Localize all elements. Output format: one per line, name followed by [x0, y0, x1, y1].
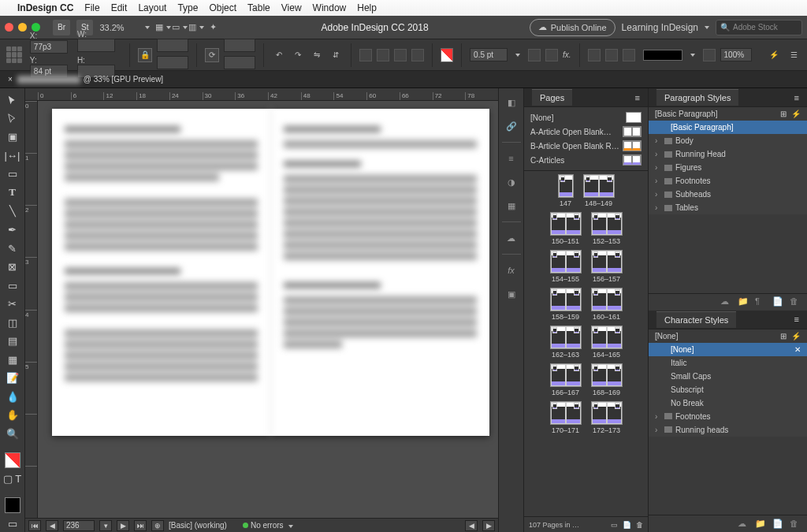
scissors-tool[interactable]: ✂ [2, 296, 23, 313]
flip-h-icon[interactable]: ⇋ [310, 48, 324, 62]
adobe-stock-search[interactable]: 🔍 Adobe Stock [716, 20, 802, 35]
char-style-none[interactable]: [None]✕ [649, 343, 807, 356]
master-none[interactable]: [None] [524, 110, 648, 125]
direct-selection-tool[interactable] [2, 110, 23, 128]
new-group-icon[interactable]: ⊞ [780, 110, 787, 118]
master-c[interactable]: C-Articles [524, 153, 648, 167]
zoom-tool[interactable]: 🔍 [2, 426, 23, 443]
vertical-ruler[interactable]: 012 345 [25, 101, 38, 518]
page-tool[interactable]: ▣ [2, 128, 23, 146]
edit-page-size-icon[interactable]: ▭ [611, 521, 618, 529]
select-container-icon[interactable] [359, 49, 372, 61]
page-thumb[interactable]: CC152–153 [591, 212, 623, 245]
preflight-profile[interactable]: [Basic] (working) [169, 521, 227, 530]
text-wrap-icon[interactable] [588, 49, 601, 61]
page-thumb[interactable]: CC172–173 [591, 401, 623, 434]
page-thumb[interactable]: CC170–171 [550, 401, 582, 434]
panel-menu-icon[interactable]: ≡ [635, 93, 640, 102]
open-mini-bridge-button[interactable]: ⊕ [151, 520, 164, 531]
menu-type[interactable]: Type [177, 2, 198, 13]
window-close-button[interactable] [5, 23, 13, 32]
menu-table[interactable]: Table [247, 2, 270, 13]
chevron-down-icon[interactable] [515, 54, 520, 57]
para-folder-body[interactable]: ›Body [649, 134, 807, 147]
scroll-left-button[interactable]: ◀ [465, 520, 478, 531]
opacity-field[interactable]: 100% [720, 48, 752, 61]
rotate-ccw-icon[interactable]: ↶ [272, 48, 286, 62]
w-field[interactable] [77, 39, 115, 52]
cc-libraries-icon[interactable]: ☁ [504, 230, 519, 246]
char-style-italic[interactable]: Italic [649, 356, 807, 370]
horizontal-ruler[interactable]: 0612 182430 364248 546066 7278 [25, 88, 498, 101]
stroke-panel-icon[interactable]: ≡ [504, 151, 519, 166]
new-group-icon[interactable]: ⊞ [780, 332, 787, 340]
stroke-weight-field[interactable]: 0.5 pt [470, 48, 508, 61]
rotate-field[interactable] [224, 39, 255, 52]
screen-mode-icon[interactable]: ▭ [173, 20, 187, 35]
menu-view[interactable]: View [281, 2, 302, 13]
menu-object[interactable]: Object [209, 2, 236, 13]
scroll-right-button[interactable]: ▶ [482, 520, 495, 531]
free-transform-tool[interactable]: ◫ [2, 314, 23, 331]
type-tool[interactable]: T [2, 184, 23, 202]
object-styles-icon[interactable]: ▣ [504, 286, 519, 302]
formatting-container-icon[interactable]: ▢ T [2, 470, 23, 487]
cloud-icon[interactable]: ☁ [720, 296, 731, 307]
view-options-icon[interactable]: ▦ [156, 20, 170, 35]
menu-layout[interactable]: Layout [138, 2, 166, 13]
fx-label[interactable]: fx. [563, 50, 571, 59]
reference-point[interactable] [6, 47, 22, 64]
gpu-perf-icon[interactable]: ✦ [206, 20, 220, 35]
page-thumb[interactable]: CC148–149 [583, 174, 615, 207]
cloud-icon[interactable]: ☁ [738, 519, 749, 530]
corner-options-icon[interactable] [528, 49, 541, 61]
window-minimize-button[interactable] [18, 23, 27, 32]
page-thumb[interactable]: CC150–151 [550, 212, 582, 245]
clear-overrides-icon[interactable]: ¶ [755, 296, 766, 307]
hand-tool[interactable]: ✋ [2, 407, 23, 424]
pages-tab[interactable]: Pages [532, 89, 572, 106]
flip-v-icon[interactable]: ⇵ [329, 48, 343, 62]
next-page-button[interactable]: ▶ [117, 520, 129, 531]
pencil-tool[interactable]: ✎ [2, 240, 23, 257]
clear-override-icon[interactable]: ⚡ [791, 332, 801, 340]
shear-field[interactable] [224, 56, 255, 69]
clear-override-icon[interactable]: ⚡ [791, 110, 801, 118]
rectangle-tool[interactable]: ▭ [2, 277, 23, 294]
para-style-basic[interactable]: [Basic Paragraph] [649, 121, 807, 134]
menu-file[interactable]: File [84, 2, 99, 13]
panel-icon-1[interactable]: ◧ [504, 95, 519, 110]
para-folder-tables[interactable]: ›Tables [649, 201, 807, 214]
pasteboard[interactable] [38, 101, 498, 518]
delete-page-icon[interactable]: 🗑 [636, 521, 643, 529]
menu-help[interactable]: Help [357, 2, 377, 13]
page-thumb[interactable]: CC164–165 [591, 326, 623, 359]
gradient-feather-tool[interactable]: ▦ [2, 351, 23, 368]
swatches-panel-icon[interactable]: ▦ [504, 198, 519, 214]
constrain-proportions-icon[interactable]: 🔒 [138, 48, 152, 62]
new-page-icon[interactable]: 📄 [623, 521, 631, 529]
distribute-icon[interactable] [623, 49, 635, 61]
apply-color-icon[interactable] [2, 497, 23, 514]
para-folder-running-head[interactable]: ›Running Head [649, 147, 807, 161]
line-tool[interactable]: ╲ [2, 203, 23, 220]
char-style-no-break[interactable]: No Break [649, 396, 807, 410]
folder-icon[interactable]: 📁 [755, 519, 766, 530]
selection-tool[interactable] [2, 91, 23, 109]
select-content-icon[interactable] [377, 49, 389, 61]
close-tab-icon[interactable]: × [8, 75, 13, 84]
page-thumb[interactable]: CC156–157 [591, 250, 623, 283]
arrange-docs-icon[interactable]: ▥ [189, 20, 203, 35]
char-folder-footnotes[interactable]: ›Footnotes [649, 410, 807, 423]
new-style-icon[interactable]: 📄 [772, 519, 783, 530]
stroke-style[interactable] [643, 50, 682, 61]
page-number-field[interactable]: 236 [63, 520, 95, 531]
quick-apply-icon[interactable]: ⚡ [768, 48, 780, 62]
app-menu[interactable]: InDesign CC [17, 2, 73, 13]
x-field[interactable]: 77p3 [30, 40, 68, 54]
page-thumb[interactable]: CC166–167 [550, 363, 582, 396]
workspace-switcher[interactable]: Learning InDesign [622, 22, 709, 33]
eyedropper-tool[interactable]: 💧 [2, 389, 23, 406]
content-collector-tool[interactable]: ▭ [2, 166, 23, 183]
page-thumb[interactable]: CC154–155 [550, 250, 582, 283]
